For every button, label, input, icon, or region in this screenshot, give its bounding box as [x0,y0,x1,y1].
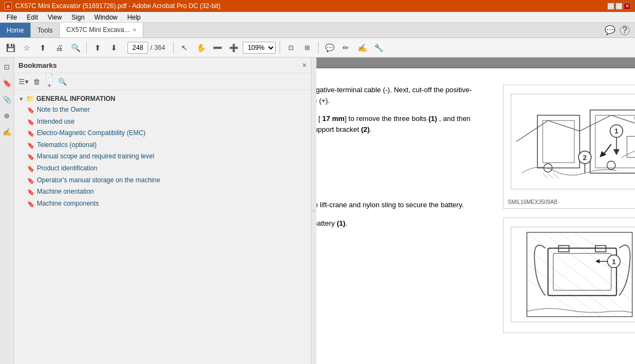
bookmark-intended-use[interactable]: 🔖 Intended use [18,116,307,128]
zoom-out-btn[interactable]: ➖ [210,41,224,55]
separator2 [173,42,174,54]
chat-icon[interactable]: 💬 [605,25,615,35]
bookmark-icon-3: 🔖 [27,130,35,137]
tab-right-icons: 💬 ? [605,23,635,37]
doc-image-1-svg: 1 2 [506,87,636,196]
bookmark-label-6: Product identification [37,164,97,173]
step-5-text: Cut-off the negative-terminal cable (-).… [316,85,487,106]
bookmark-label-3: Electro-Magnetic Compatibility (EMC) [37,129,145,138]
image-1-caption: SMIL16MEX3509AB [508,199,558,205]
step-7-text: Use a suitable lift-crane and nylon slin… [316,200,463,210]
minimize-btn[interactable]: ─ [607,3,614,10]
bookmark-product-id[interactable]: 🔖 Product identification [18,163,307,175]
bookmark-label-9: Machine components [37,200,99,208]
tab-home[interactable]: Home [0,23,31,37]
app-icon: A [4,2,12,10]
zoom-select[interactable]: 109% 50% 75% 100% 125% 150% 200% [243,42,276,54]
comment-btn[interactable]: 💬 [322,41,336,55]
folder-icon: 📁 [26,95,34,103]
doc-step-7: 7. Use a suitable lift-crane and nylon s… [316,200,487,210]
sidebar-menu-btn[interactable]: ☰▾ [17,75,29,87]
bookmark-icon-9: 🔖 [27,200,35,208]
step-6-text: Use a wrench [ 17 mm] to remove the thre… [316,113,487,135]
fit-page-btn[interactable]: ⊡ [284,41,298,55]
bookmark-note-owner[interactable]: 🔖 Note to the Owner [18,104,307,116]
doc-image-1: 1 2 [503,85,636,209]
separator1 [86,42,87,54]
sidebar-content: ▼ 📁 GENERAL INFORMATION 🔖 Note to the Ow… [14,90,311,364]
sidebar-search-btn[interactable]: 🔍 [56,75,68,87]
menu-window[interactable]: Window [90,12,122,22]
sidebar-panel: Bookmarks × ☰▾ 🗑 📄+ 🔍 ▼ 📁 GENERAL INFORM… [14,58,311,364]
svg-rect-0 [506,89,636,194]
sidebar-collapse-handle[interactable]: ‹ [311,58,316,364]
doc-step-8: 8. Remove the battery (1). [316,218,487,229]
toolbar: 💾 ☆ ⬆ 🖨 🔍 ⬆ ⬇ / 364 ↖ ✋ ➖ ➕ 109% 50% 75%… [0,38,635,58]
bookmark-icon-5: 🔖 [27,153,35,161]
svg-text:1: 1 [612,258,615,266]
zoom-in-btn[interactable]: ➕ [226,41,240,55]
sidebar-title: Bookmarks [18,61,57,69]
doc-step-5: 5. Cut-off the negative-terminal cable (… [316,85,487,106]
menu-view[interactable]: View [43,12,66,22]
doc-area[interactable]: 5. Cut-off the negative-terminal cable (… [316,58,635,364]
save-btn[interactable]: 💾 [3,41,17,55]
sidebar-add-btn[interactable]: 📄+ [43,75,55,87]
doc-image-2-svg: 1 [506,220,636,329]
highlight-btn[interactable]: ✏ [339,41,353,55]
doc-tab-label: CX57C Mini Excava... [66,26,130,34]
home-tab-label: Home [7,27,24,34]
doc-page: 5. Cut-off the negative-terminal cable (… [316,68,635,364]
sidebar-page-icon[interactable]: ⊡ [1,61,13,73]
bookmark-label-1: Note to the Owner [37,106,90,114]
prev-page-btn[interactable]: ⬆ [91,41,105,55]
svg-rect-22 [506,222,636,327]
print-btn[interactable]: 🖨 [52,41,66,55]
bookmark-manual-scope[interactable]: 🔖 Manual scope and required training lev… [18,151,307,163]
bookmark-telematics[interactable]: 🔖 Telematics (optional) [18,139,307,151]
tab-close-btn[interactable]: × [133,27,136,33]
title-bar-text: CX57C Mini Excavator (51691726).pdf - Ad… [15,2,220,10]
bookmark-label-2: Intended use [37,118,74,126]
hand-tool-btn[interactable]: ✋ [194,41,208,55]
tab-bar: Home Tools CX57C Mini Excava... × 💬 ? [0,23,635,38]
tools-panel-btn[interactable]: 🔧 [371,41,385,55]
close-btn[interactable]: ✕ [624,3,631,10]
page-input[interactable] [128,42,148,54]
menu-file[interactable]: File [2,12,21,22]
sidebar-icon-strip: ⊡ 🔖 📎 ⊕ ✍ [0,58,14,364]
general-info-header[interactable]: ▼ 📁 GENERAL INFORMATION [18,93,307,104]
sign-btn[interactable]: ✍ [355,41,369,55]
help-icon[interactable]: ? [620,25,630,35]
menu-sign[interactable]: Sign [67,12,89,22]
sidebar-close-btn[interactable]: × [302,61,307,69]
bookmark-machine-components[interactable]: 🔖 Machine components [18,198,307,210]
bookmark-star-btn[interactable]: ☆ [20,41,34,55]
separator3 [280,42,280,54]
menu-bar: File Edit View Sign Window Help [0,12,635,23]
next-page-btn[interactable]: ⬇ [107,41,121,55]
sidebar-bookmark-icon[interactable]: 🔖 [1,77,13,89]
tab-document[interactable]: CX57C Mini Excava... × [60,23,143,37]
select-tool-btn[interactable]: ↖ [177,41,192,55]
upload-btn[interactable]: ⬆ [36,41,50,55]
sidebar-delete-btn[interactable]: 🗑 [30,75,42,87]
bookmark-label-4: Telematics (optional) [37,141,97,150]
page-total: 364 [154,44,165,52]
bookmark-emc[interactable]: 🔖 Electro-Magnetic Compatibility (EMC) [18,127,307,139]
menu-edit[interactable]: Edit [22,12,42,22]
menu-help[interactable]: Help [123,12,145,22]
search-btn[interactable]: 🔍 [68,41,82,55]
bookmark-icon-6: 🔖 [27,165,35,173]
sidebar-layers-icon[interactable]: ⊕ [1,110,13,122]
bookmark-operator-manual[interactable]: 🔖 Operator's manual storage on the machi… [18,175,307,187]
svg-text:2: 2 [583,154,587,162]
maximize-btn[interactable]: □ [615,3,623,10]
fit-width-btn[interactable]: ⊞ [300,41,314,55]
doc-image-2: 1 [503,218,636,333]
sidebar-paperclip-icon[interactable]: 📎 [1,93,13,105]
tab-tools[interactable]: Tools [31,23,60,37]
bookmark-machine-orientation[interactable]: 🔖 Machine orientation [18,186,307,198]
sidebar-signature-icon[interactable]: ✍ [1,126,13,138]
window-controls: ─ □ ✕ [607,3,631,10]
